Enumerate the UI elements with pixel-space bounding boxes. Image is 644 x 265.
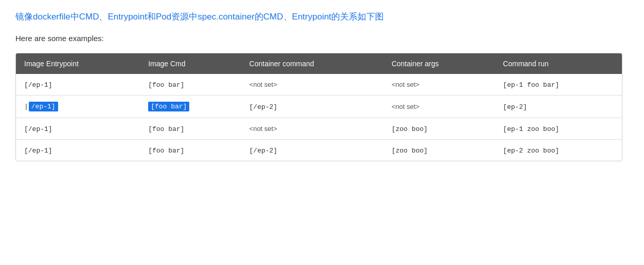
- table-wrapper: Image Entrypoint Image Cmd Container com…: [15, 53, 622, 161]
- comparison-table: Image Entrypoint Image Cmd Container com…: [16, 53, 622, 161]
- subtitle: Here are some examples:: [15, 34, 629, 43]
- cell-image-cmd: [foo bar]: [140, 74, 241, 96]
- cell-command-run: [ep-2 zoo boo]: [495, 139, 622, 161]
- cell-image-entrypoint: [/ep-1]: [16, 74, 140, 96]
- col-header-image-entrypoint: Image Entrypoint: [16, 53, 140, 74]
- cell-command-run: [ep-1 zoo boo]: [495, 118, 622, 139]
- cell-container-command: <not set>: [241, 74, 384, 96]
- cell-container-command: <not set>: [241, 118, 384, 139]
- col-header-container-command: Container command: [241, 53, 384, 74]
- cell-image-entrypoint: [/ep-1]: [16, 118, 140, 139]
- col-header-command-run: Command run: [495, 53, 622, 74]
- col-header-container-args: Container args: [383, 53, 495, 74]
- table-row: [/ep-1][foo bar][/ep-2][zoo boo][ep-2 zo…: [16, 139, 622, 161]
- cell-command-run: [ep-2]: [495, 95, 622, 118]
- cell-image-entrypoint: |/ep-1]: [16, 95, 140, 118]
- table-row: [/ep-1][foo bar]<not set>[zoo boo][ep-1 …: [16, 118, 622, 139]
- table-row: [/ep-1][foo bar]<not set><not set>[ep-1 …: [16, 74, 622, 96]
- cell-container-args: [zoo boo]: [383, 139, 495, 161]
- page-title: 镜像dockerfile中CMD、Entrypoint和Pod资源中spec.c…: [15, 10, 629, 24]
- cell-container-command: [/ep-2]: [241, 139, 384, 161]
- col-header-image-cmd: Image Cmd: [140, 53, 241, 74]
- cell-container-args: <not set>: [383, 95, 495, 118]
- cell-container-args: <not set>: [383, 74, 495, 96]
- cell-image-entrypoint: [/ep-1]: [16, 139, 140, 161]
- cell-command-run: [ep-1 foo bar]: [495, 74, 622, 96]
- cell-image-cmd: [foo bar]: [140, 95, 241, 118]
- cell-container-args: [zoo boo]: [383, 118, 495, 139]
- cell-container-command: [/ep-2]: [241, 95, 384, 118]
- cell-image-cmd: [foo bar]: [140, 139, 241, 161]
- table-row: |/ep-1][foo bar][/ep-2]<not set>[ep-2]: [16, 95, 622, 118]
- table-header-row: Image Entrypoint Image Cmd Container com…: [16, 53, 622, 74]
- cell-image-cmd: [foo bar]: [140, 118, 241, 139]
